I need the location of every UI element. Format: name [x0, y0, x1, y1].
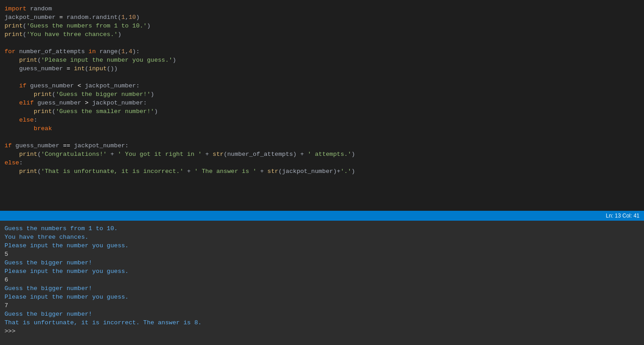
terminal-line-9: 7 [5, 301, 639, 310]
code-line-7: print('Please input the number you guess… [0, 56, 644, 64]
cursor-position: Ln: 13 Col: 41 [606, 213, 639, 219]
code-line-9 [0, 73, 644, 82]
code-line-10: if guess_number < jackpot_number: [0, 82, 644, 90]
code-line-14: else: [0, 116, 644, 124]
terminal-line-0: Guess the numbers from 1 to 10. [5, 224, 639, 233]
code-line-19: else: [0, 159, 644, 167]
terminal-line-6: 6 [5, 276, 639, 284]
terminal[interactable]: Guess the numbers from 1 to 10.You have … [0, 221, 644, 345]
terminal-line-5: Please input the number you guess. [5, 267, 639, 276]
code-line-1: import random [0, 5, 644, 13]
code-line-15: break [0, 124, 644, 133]
code-line-11: print('Guess the bigger number!') [0, 90, 644, 99]
status-bar: Ln: 13 Col: 41 [0, 211, 644, 221]
code-editor[interactable]: import randomjackpot_number = random.ran… [0, 0, 644, 211]
terminal-line-3: 5 [5, 250, 639, 259]
code-line-17: if guess_number == jackpot_number: [0, 141, 644, 150]
terminal-line-4: Guess the bigger number! [5, 259, 639, 267]
code-line-5 [0, 39, 644, 47]
code-line-3: print('Guess the numbers from 1 to 10.') [0, 22, 644, 30]
code-line-16 [0, 133, 644, 141]
terminal-line-7: Guess the bigger number! [5, 284, 639, 293]
terminal-line-2: Please input the number you guess. [5, 241, 639, 250]
terminal-line-10: Guess the bigger number! [5, 310, 639, 318]
code-line-18: print('Congratulations!' + ' You got it … [0, 150, 644, 159]
code-line-4: print('You have three chances.') [0, 30, 644, 39]
terminal-line-8: Please input the number you guess. [5, 293, 639, 301]
terminal-line-11: That is unfortunate, it is incorrect. Th… [5, 318, 639, 327]
code-line-8: guess_number = int(input()) [0, 64, 644, 73]
code-line-20: print('That is unfortunate, it is incorr… [0, 167, 644, 176]
terminal-line-12: >>> [5, 327, 639, 336]
code-line-13: print('Guess the smaller number!') [0, 107, 644, 116]
terminal-line-1: You have three chances. [5, 233, 639, 241]
code-line-6: for number_of_attempts in range(1,4): [0, 47, 644, 56]
code-line-12: elif guess_number > jackpot_number: [0, 99, 644, 107]
code-line-2: jackpot_number = random.randint(1,10) [0, 13, 644, 22]
